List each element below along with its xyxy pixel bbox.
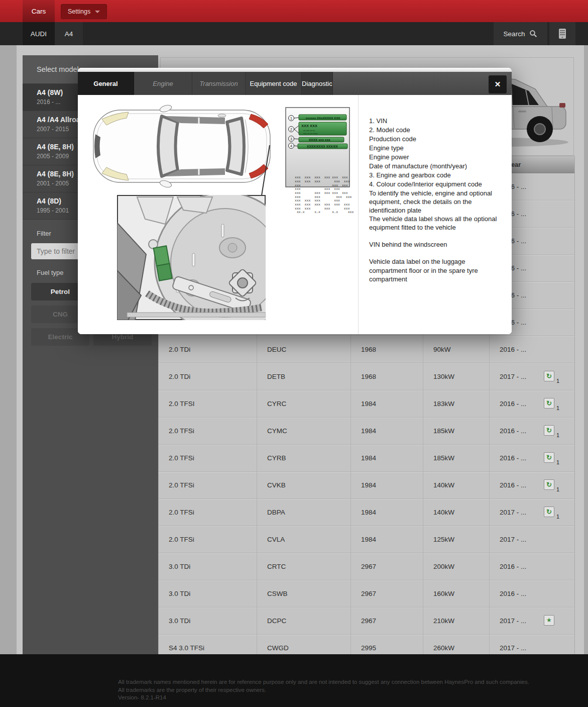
search-button[interactable]: Search bbox=[494, 22, 547, 45]
svg-text:3: 3 bbox=[290, 137, 292, 141]
engine-table-row[interactable]: 2.0 TFSI CYRC 1984 183kW 2016 - ... ↻ ★ … bbox=[159, 390, 574, 418]
engine-variants-icon[interactable]: ↻ bbox=[544, 398, 554, 409]
vehicle-data-label-codes: xxx xxx xxx xxx xxx xxxxxx xxx xxx xxx x… bbox=[295, 164, 343, 215]
cell-power: 140kW bbox=[423, 499, 489, 526]
legend-line: Production code bbox=[369, 135, 498, 144]
engine-table-row[interactable]: 2.0 TFSi DBPA 1984 140kW 2017 - ... ↻ ★ … bbox=[159, 499, 574, 526]
engine-table-row[interactable]: 2.0 TFSi CYRB 1984 185kW 2016 - ... ↻ ★ … bbox=[159, 445, 574, 472]
settings-button-label: Settings bbox=[68, 8, 90, 15]
label-code-row: xx.x x.x x.x xxx bbox=[295, 211, 343, 215]
engine-variants-icon[interactable]: ↻ bbox=[544, 425, 554, 436]
tab-model-a4[interactable]: A4 bbox=[55, 22, 83, 45]
instruction-paragraph: The vehicle data label shows all the opt… bbox=[369, 215, 498, 232]
cell-engine: 2.0 TFSi bbox=[159, 499, 257, 526]
engine-variants-icon[interactable]: ↻ bbox=[544, 479, 554, 490]
close-icon[interactable]: ✕ bbox=[489, 75, 507, 93]
modal-tab[interactable]: Diagnostic bbox=[302, 72, 333, 95]
cell-model-year: 2016 - ... bbox=[489, 445, 574, 471]
brand-navbar: AUDI A4 Search bbox=[0, 22, 588, 45]
search-icon bbox=[529, 30, 537, 38]
device-button[interactable] bbox=[549, 22, 575, 45]
cell-power: 140kW bbox=[423, 472, 489, 498]
modal-tab[interactable]: Equipment code bbox=[246, 72, 302, 95]
engine-table-row[interactable]: 2.0 TFSi CYMC 1984 185kW 2016 - ... ↻ ★ … bbox=[159, 418, 574, 445]
engine-table-row[interactable]: 3.0 TDi CRTC 2967 200kW 2016 - ... ↻ ★ 1 bbox=[159, 553, 574, 580]
engine-table-row[interactable]: 2.0 TDi DETB 1968 130kW 2017 - ... ↻ ★ 1 bbox=[159, 363, 574, 390]
engine-table-row[interactable]: 3.0 TDi CSWB 2967 160kW 2016 - ... ↻ ★ 1 bbox=[159, 580, 574, 608]
cell-power: 200kW bbox=[423, 553, 489, 580]
cell-power: 160kW bbox=[423, 580, 489, 607]
vehicle-identification-modal: GeneralEngineTransmissionEquipment codeD… bbox=[78, 68, 512, 334]
identification-instructions: 1. VIN2. Model codeProduction codeEngine… bbox=[359, 95, 512, 334]
instruction-paragraph: Vehicle data label on the luggage compar… bbox=[369, 257, 498, 283]
svg-text:4: 4 bbox=[290, 144, 292, 148]
cell-capacity: 1984 bbox=[350, 526, 423, 553]
engine-variants-icon[interactable]: ↻ bbox=[544, 452, 554, 463]
cell-power: 183kW bbox=[423, 390, 489, 417]
engine-variants-count: 1 bbox=[556, 514, 559, 520]
svg-text:2: 2 bbox=[290, 128, 292, 131]
search-label: Search bbox=[504, 30, 525, 38]
cell-engine-code: DEUC bbox=[257, 336, 350, 363]
engine-table-row[interactable]: 2.0 TDi DEUC 1968 90kW 2016 - ... ↻ ★ 1 bbox=[159, 336, 574, 363]
svg-text:xxxxxx XXxXXXXX XXX: xxxxxx XXxXXXXX XXX bbox=[306, 116, 341, 120]
cell-engine-code: CYMC bbox=[257, 418, 350, 444]
legend-line: 2. Model code bbox=[369, 126, 498, 135]
cell-power: 185kW bbox=[423, 418, 489, 444]
engine-table-row[interactable]: 3.0 TDi DCPC 2967 210kW 2017 - ... ↻ ★ 1 bbox=[159, 608, 574, 635]
cell-model-year: 2016 - ... bbox=[489, 580, 574, 607]
modal-tab[interactable]: General bbox=[78, 72, 134, 95]
engine-variants-count: 1 bbox=[556, 378, 559, 384]
cell-engine-code: CRTC bbox=[257, 553, 350, 580]
cell-engine: 2.0 TDi bbox=[159, 336, 257, 363]
engine-variants-icon[interactable]: ↻ bbox=[544, 507, 554, 517]
cell-capacity: 1984 bbox=[350, 499, 423, 526]
engine-variants-icon[interactable]: ↻ bbox=[544, 371, 554, 381]
cell-model-year: 2016 - ... bbox=[489, 336, 574, 363]
cell-engine: 2.0 TDi bbox=[159, 363, 257, 390]
modal-tab[interactable]: Engine bbox=[134, 72, 192, 95]
cell-model-year: 2017 - ... bbox=[489, 363, 574, 390]
tab-brand-audi[interactable]: AUDI bbox=[23, 22, 55, 45]
cell-engine: 2.0 TFSi bbox=[159, 445, 257, 471]
svg-text:XXX XXX: XXX XXX bbox=[301, 124, 317, 128]
engine-table-row[interactable]: 2.0 TFSi CVLA 1984 125kW 2017 - ... ↻ ★ … bbox=[159, 526, 574, 553]
cell-engine: 3.0 TDi bbox=[159, 553, 257, 580]
engine-variants-count: 1 bbox=[556, 486, 559, 492]
cell-engine-code: DCPC bbox=[257, 608, 350, 634]
cell-power: 130kW bbox=[423, 363, 489, 390]
cell-engine-code: CVKB bbox=[257, 472, 350, 498]
modal-tab[interactable]: Transmission bbox=[192, 72, 246, 95]
svg-text:1: 1 bbox=[290, 117, 292, 120]
cell-model-year: 2016 - ... bbox=[489, 472, 574, 498]
tab-cars[interactable]: Cars bbox=[23, 0, 55, 22]
label-legend: 1. VIN2. Model codeProduction codeEngine… bbox=[369, 117, 498, 189]
footer: All trademark names mentioned herein are… bbox=[0, 654, 588, 707]
footer-version: Version- 8.2.1-R14 bbox=[118, 694, 588, 702]
favourite-star-icon[interactable]: ★ bbox=[544, 615, 554, 626]
modal-top-edge bbox=[78, 68, 512, 72]
instruction-paragraph: To identify the vehicle, engine and opti… bbox=[369, 189, 498, 215]
cell-power: 210kW bbox=[423, 608, 489, 634]
cell-engine-code: DETB bbox=[257, 363, 350, 390]
cell-capacity: 1984 bbox=[350, 472, 423, 498]
svg-text:xx xxx xx xx: xx xxx xx xx bbox=[303, 129, 315, 132]
cell-engine: 3.0 TDi bbox=[159, 580, 257, 607]
cell-model-year: 2017 - ... bbox=[489, 526, 574, 553]
cell-engine: 2.0 TFSi bbox=[159, 418, 257, 444]
modal-illustrations: 1 2 3 4 xxxxxx XXxXXXXX XXX XXX XXX xx x… bbox=[78, 95, 358, 334]
page: Cars Settings AUDI A4 Search Select mode… bbox=[0, 0, 588, 707]
cell-engine-code: CYRB bbox=[257, 445, 350, 471]
modal-body: 1 2 3 4 xxxxxx XXxXXXXX XXX XXX XXX xx x… bbox=[78, 95, 512, 334]
cell-power: 90kW bbox=[423, 336, 489, 363]
cell-engine-code: CSWB bbox=[257, 580, 350, 607]
cell-engine-code: CVLA bbox=[257, 526, 350, 553]
engine-variants-count: 1 bbox=[556, 432, 559, 438]
engine-variants-count: 1 bbox=[556, 459, 559, 465]
settings-button[interactable]: Settings bbox=[61, 4, 107, 19]
cell-engine: 2.0 TFSi bbox=[159, 472, 257, 498]
cell-capacity: 1984 bbox=[350, 390, 423, 417]
chevron-down-icon bbox=[95, 11, 100, 13]
engine-table-row[interactable]: 2.0 TFSi CVKB 1984 140kW 2016 - ... ↻ ★ … bbox=[159, 472, 574, 499]
car-top-view-illustration bbox=[90, 103, 274, 189]
